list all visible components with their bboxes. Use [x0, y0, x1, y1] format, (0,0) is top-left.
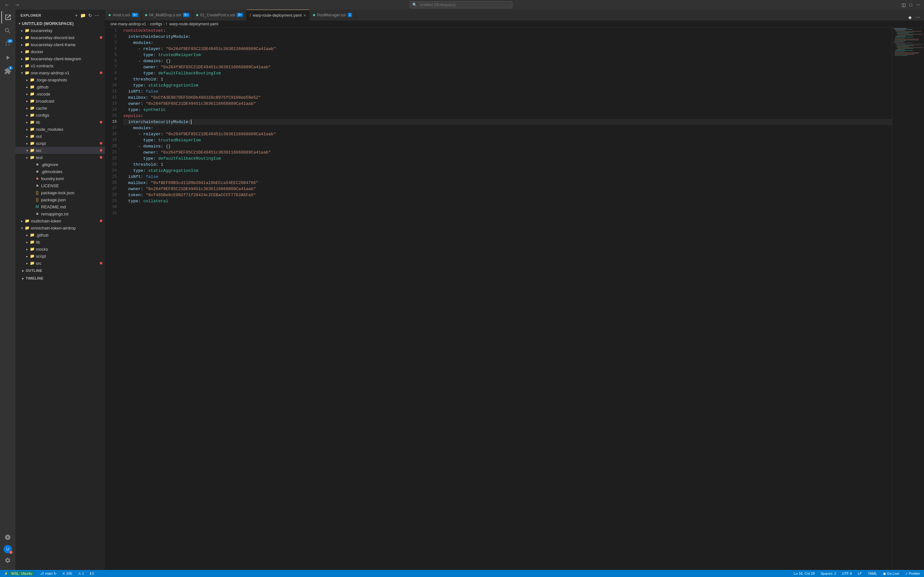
more-tabs-button[interactable]: ⋯ [914, 14, 921, 21]
forward-button[interactable]: → [13, 1, 22, 8]
sidebar-item-package-lock[interactable]: {} package-lock.json [15, 189, 105, 196]
sidebar-item-telegram[interactable]: 📁 toucanrelay-client-telegram [15, 55, 105, 62]
sidebar-item-v1-contracts[interactable]: 📁 v1-contracts [15, 62, 105, 69]
go-live-label: Go Live [887, 572, 899, 575]
omnichain-arrow [19, 226, 24, 230]
broadcast-arrow [24, 98, 29, 103]
sidebar-item-omnichain[interactable]: 📁 omnichain-token-airdrop [15, 224, 105, 231]
sidebar-item-gitignore[interactable]: ■ .gitignore [15, 161, 105, 168]
new-folder-button[interactable]: 📁 [79, 12, 86, 19]
breadcrumb-workspace[interactable]: one-many-airdrop-v1 [110, 22, 146, 26]
folder-icon: 📁 [29, 127, 35, 132]
remote-icon: ⚡ [4, 572, 8, 576]
tab-anvil-badge: 9+ [132, 13, 138, 17]
tab-multidrop[interactable]: ■ 04_MultiDrop.s.sol 9+ [142, 10, 193, 21]
sidebar-item-gitmodules[interactable]: ■ .gitmodules [15, 168, 105, 175]
title-bar-left: ← → [3, 1, 22, 8]
sidebar-item-forge-snapshots[interactable]: 📁 .forge-snapshots [15, 76, 105, 83]
language-item[interactable]: YAML [866, 571, 878, 576]
gitignore-label: .gitignore [41, 162, 58, 167]
encoding-item[interactable]: UTF-8 [841, 571, 853, 576]
language-label: YAML [867, 572, 877, 575]
sidebar-item-toucanrelay[interactable]: 📁 toucanrelay [15, 27, 105, 34]
tab-createpool[interactable]: ■ 01_CreatePool.s.sol 9+ [193, 10, 247, 21]
error-count: 205 [66, 572, 72, 575]
folder-icon: 📁 [29, 155, 35, 160]
sidebar-item-foundry-toml[interactable]: ■ foundry.toml [15, 175, 105, 182]
tab-anvil[interactable]: ■ Anvil.s.sol 9+ [105, 10, 142, 21]
sidebar-item-discord-bot[interactable]: 📁 toucanrelay-discord-bot [15, 34, 105, 41]
sidebar-item-oc-lib[interactable]: 📁 lib [15, 239, 105, 245]
sidebar-item-vscode[interactable]: 📁 .vscode [15, 90, 105, 97]
source-control-activity-icon[interactable]: 15 [1, 38, 14, 51]
folder-icon: 📁 [29, 91, 35, 97]
more-icon[interactable]: ⋯ [915, 1, 921, 8]
sidebar-item-src[interactable]: 📁 src [15, 147, 105, 154]
sidebar-item-script[interactable]: 📁 script [15, 140, 105, 147]
settings-icon[interactable] [1, 554, 14, 567]
search-activity-icon[interactable] [1, 24, 14, 37]
sidebar-toggle-icon[interactable]: ◫ [901, 1, 907, 8]
extensions-activity-icon[interactable]: 5 [1, 65, 14, 77]
search-input[interactable] [410, 1, 512, 8]
outline-section[interactable]: OUTLINE [15, 267, 105, 274]
user-avatar[interactable]: U 1 [3, 545, 12, 553]
eol-item[interactable]: LF [857, 571, 863, 576]
sidebar-item-oc-src[interactable]: 📁 src [15, 259, 105, 267]
back-button[interactable]: ← [3, 1, 11, 8]
sidebar-item-lib[interactable]: 📁 lib [15, 119, 105, 126]
layout-icon[interactable]: □ [909, 1, 913, 8]
tab-close-button[interactable]: × [304, 13, 306, 18]
sidebar-item-docker[interactable]: 📁 docker [15, 48, 105, 55]
explorer-activity-icon[interactable] [1, 11, 14, 24]
lib-label: lib [36, 120, 40, 125]
sidebar-item-github[interactable]: 📁 .github [15, 83, 105, 90]
sidebar-item-client-frame[interactable]: 📁 toucanrelay-client-frame [15, 41, 105, 48]
sidebar-item-package-json[interactable]: {} package.json [15, 196, 105, 203]
remote-icon[interactable] [1, 531, 14, 544]
timeline-arrow [21, 276, 26, 281]
sidebar-item-oc-mocks[interactable]: 📁 mocks [15, 245, 105, 253]
tab-poolmanager[interactable]: ■ PoolManager.sol 1 [310, 10, 355, 21]
collapse-all-button[interactable]: ⋯ [94, 12, 100, 19]
tab-warp-route[interactable]: ! warp-route-deployment.yaml × [246, 10, 310, 21]
sidebar-item-out[interactable]: 📁 out [15, 133, 105, 140]
line-num-29: 29 [105, 198, 117, 204]
sidebar-item-multichain-token[interactable]: 📁 multichain-token [15, 218, 105, 224]
sidebar-item-license[interactable]: ■ LICENSE [15, 182, 105, 189]
workspace-root[interactable]: UNTITLED (WORKSPACE) [15, 20, 105, 27]
sidebar-item-cache[interactable]: 📁 cache [15, 105, 105, 111]
node-modules-arrow [24, 127, 29, 132]
editor-area: ■ Anvil.s.sol 9+ ■ 04_MultiDrop.s.sol 9+… [105, 10, 924, 570]
sidebar-item-test[interactable]: 📁 test [15, 154, 105, 161]
breadcrumb-configs[interactable]: configs [150, 22, 162, 26]
code-line-21: owner: "0x264f9EF85C21DE49451c3636116668… [123, 149, 892, 155]
go-live-item[interactable]: ◉ Go Live [882, 571, 901, 576]
git-branch-item[interactable]: ⎇ main ↻ [39, 571, 58, 576]
spaces-item[interactable]: Spaces: 2 [819, 571, 838, 576]
prettier-item[interactable]: ✓ Prettier [904, 571, 921, 576]
split-editor-button[interactable]: ◆ [907, 14, 913, 21]
svg-rect-9 [895, 36, 905, 37]
cursor-position-item[interactable]: Ln 16, Col 28 [792, 571, 816, 576]
info-item[interactable]: ℹ 0 [89, 571, 95, 576]
line-num-26: 26 [105, 180, 117, 186]
sidebar-item-configs[interactable]: 📁 configs [15, 111, 105, 119]
remote-status-item[interactable]: ⚡ WSL: Ubuntu [3, 571, 35, 576]
sidebar-item-readme[interactable]: M README.md [15, 203, 105, 210]
sidebar-item-oc-github[interactable]: 📁 .github [15, 231, 105, 239]
run-activity-icon[interactable] [1, 51, 14, 64]
code-line-23: threshold: 1 [123, 161, 892, 168]
sidebar-item-oc-script[interactable]: 📁 script [15, 253, 105, 259]
sidebar-item-node-modules[interactable]: 📁 node_modules [15, 126, 105, 133]
new-file-button[interactable]: + [74, 12, 78, 19]
sidebar-item-remappings[interactable]: ■ remappings.txt [15, 210, 105, 218]
sidebar-item-one-many-airdrop[interactable]: 📁 one-many-airdrop-v1 [15, 69, 105, 76]
timeline-section[interactable]: TIMELINE [15, 274, 105, 282]
line-num-20: 20 [105, 143, 117, 149]
code-editor[interactable]: 1 2 3 4 5 6 7 8 9 10 11 12 13 14 15 16 1 [105, 27, 892, 570]
warning-item[interactable]: ⚠ 1 [77, 571, 86, 576]
sidebar-item-broadcast[interactable]: 📁 broadcast [15, 97, 105, 105]
refresh-button[interactable]: ↻ [87, 12, 93, 19]
error-item[interactable]: ✕ 205 [61, 571, 73, 576]
